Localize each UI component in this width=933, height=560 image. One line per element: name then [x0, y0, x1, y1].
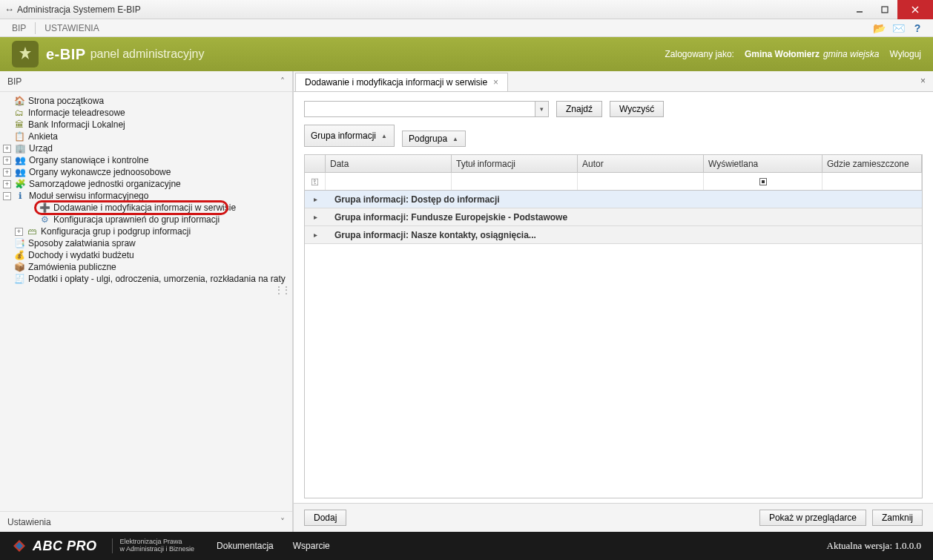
- card-icon: 🗂: [13, 107, 25, 119]
- clear-button[interactable]: Wyczyść: [610, 101, 664, 117]
- tab-close-icon[interactable]: ×: [493, 77, 498, 88]
- office-icon: 🏢: [14, 142, 26, 154]
- logged-as-label: Zalogowany jako:: [665, 49, 734, 59]
- tree-item[interactable]: 📑Sposoby załatwiania spraw: [0, 237, 292, 249]
- sidebar-section-bip-label: BIP: [7, 76, 22, 87]
- titlebar: ↔ Administracja Systemem E-BIP: [0, 0, 933, 19]
- group-chip-2[interactable]: Podgrupa ▲: [402, 131, 466, 147]
- filter-data[interactable]: [326, 173, 452, 190]
- filter-tytul[interactable]: [452, 173, 578, 190]
- expand-toggle-icon[interactable]: +: [15, 228, 23, 236]
- tab-active[interactable]: Dodawanie i modyfikacja informacji w ser…: [295, 73, 508, 91]
- tree-item[interactable]: 📋Ankieta: [0, 131, 292, 142]
- row-expand-icon[interactable]: ▸: [305, 195, 326, 203]
- add-button[interactable]: Dodaj: [304, 510, 346, 526]
- footer: ABC PRO Elektronizacja Prawa w Administr…: [0, 532, 933, 560]
- col-gdzie[interactable]: Gdzie zamieszczone: [822, 155, 922, 172]
- mail-icon[interactable]: ✉️: [891, 22, 905, 35]
- group-chip-1[interactable]: Grupa informacji ▲: [304, 125, 395, 147]
- institution-name: Gmina Wołomierz: [745, 49, 820, 59]
- sidebar-section-settings[interactable]: Ustawienia ˅: [0, 511, 292, 532]
- tree-item[interactable]: +👥Organy wykonawcze jednoosobowe: [0, 166, 292, 178]
- tree-item[interactable]: +🧩Samorządowe jednostki organizacyjne: [0, 178, 292, 190]
- tree-item-label: Organy wykonawcze jednoosobowe: [29, 166, 171, 178]
- footer-doc-link[interactable]: Dokumentacja: [217, 541, 274, 551]
- close-panel-button[interactable]: Zamknij: [872, 510, 923, 526]
- grid-group-row[interactable]: ▸Grupa informacji: Dostęp do informacji: [305, 191, 922, 208]
- info-icon: ℹ: [14, 190, 26, 202]
- grid-group-row[interactable]: ▸Grupa informacji: Fundusze Europejskie …: [305, 208, 922, 226]
- menu-separator: [35, 22, 36, 34]
- tree-item[interactable]: 📦Zamówienia publiczne: [0, 261, 292, 273]
- tabstrip-close-icon[interactable]: ×: [913, 71, 933, 91]
- close-button[interactable]: [897, 0, 933, 19]
- col-tytul[interactable]: Tytuł informacji: [452, 155, 578, 172]
- grid-group-row[interactable]: ▸Grupa informacji: Nasze kontakty, osiąg…: [305, 226, 922, 244]
- org-icon: 🧩: [14, 178, 26, 190]
- filter-autor[interactable]: [578, 173, 704, 190]
- help-icon[interactable]: ?: [911, 22, 924, 35]
- menu-bar: BIP USTAWIENIA 📂 ✉️ ?: [0, 19, 933, 37]
- group-chip-1-label: Grupa informacji: [311, 131, 376, 141]
- content-area: Dodawanie i modyfikacja informacji w ser…: [293, 71, 933, 532]
- tree-item[interactable]: 🗂Informacje teleadresowe: [0, 107, 292, 119]
- brand-sub: panel administracyjny: [90, 47, 205, 61]
- filter-icon[interactable]: ⚿: [305, 173, 326, 190]
- people-icon: 👥: [14, 166, 26, 178]
- tree-item[interactable]: ⚙Konfiguracja uprawnień do grup informac…: [0, 214, 292, 225]
- people-icon: 👥: [14, 154, 26, 166]
- dropdown-icon[interactable]: ▾: [535, 102, 548, 116]
- sidebar-section-bip[interactable]: BIP ˄: [0, 71, 292, 92]
- budget-icon: 💰: [13, 249, 25, 261]
- find-button[interactable]: Znajdź: [556, 101, 602, 117]
- tree-item[interactable]: 🏠Strona początkowa: [0, 95, 292, 107]
- expand-toggle-icon[interactable]: +: [3, 180, 11, 188]
- filter-gdzie[interactable]: [822, 173, 922, 190]
- footer-tag2: w Administracji i Biznesie: [120, 546, 195, 553]
- tree-item-label: Samorządowe jednostki organizacyjne: [29, 178, 181, 190]
- search-combo[interactable]: ▾: [304, 101, 549, 117]
- menu-ustawienia[interactable]: USTAWIENIA: [39, 20, 105, 36]
- footer-support-link[interactable]: Wsparcie: [293, 541, 330, 551]
- group-chip-2-label: Podgrupa: [409, 134, 447, 144]
- preview-button[interactable]: Pokaż w przeglądarce: [759, 510, 866, 526]
- home-icon: 🏠: [13, 95, 25, 107]
- tree-item-label: Moduł serwisu informacyjnego: [29, 190, 148, 202]
- expand-toggle-icon[interactable]: −: [3, 192, 11, 200]
- minimize-button[interactable]: [847, 0, 872, 19]
- checkbox-indeterminate-icon[interactable]: [759, 178, 767, 185]
- col-data[interactable]: Data: [326, 155, 452, 172]
- navigation-tree: ⋮⋮ 🏠Strona początkowa🗂Informacje teleadr…: [0, 92, 292, 511]
- row-expand-icon[interactable]: ▸: [305, 231, 326, 239]
- expand-toggle-icon[interactable]: +: [3, 168, 11, 177]
- row-expand-icon[interactable]: ▸: [305, 213, 326, 221]
- logout-link[interactable]: Wyloguj: [889, 49, 921, 59]
- tree-item[interactable]: +🗃Konfiguracja grup i podgrup informacji: [0, 225, 292, 237]
- drag-handle-icon[interactable]: ⋮⋮: [274, 285, 289, 295]
- tree-item[interactable]: +👥Organy stanowiące i kontrolne: [0, 154, 292, 166]
- tree-item-label: Konfiguracja grup i podgrup informacji: [41, 225, 191, 237]
- expand-toggle-icon[interactable]: +: [3, 145, 11, 153]
- tree-item[interactable]: 💰Dochody i wydatki budżetu: [0, 249, 292, 261]
- tree-item-label: Dodawanie i modyfikacja informacji w ser…: [53, 202, 236, 214]
- folder-icon[interactable]: 📂: [872, 22, 886, 35]
- action-bar: Dodaj Pokaż w przeglądarce Zamknij: [294, 503, 933, 532]
- taxes-icon: 🧾: [13, 273, 25, 285]
- tree-item[interactable]: −ℹModuł serwisu informacyjnego: [0, 190, 292, 202]
- maximize-button[interactable]: [872, 0, 897, 19]
- col-wysw[interactable]: Wyświetlana: [704, 155, 822, 172]
- col-autor[interactable]: Autor: [578, 155, 704, 172]
- expand-toggle-icon[interactable]: +: [3, 157, 11, 165]
- svg-rect-1: [882, 7, 888, 13]
- tree-item-label: Informacje teleadresowe: [28, 107, 125, 119]
- tree-item-label: Strona początkowa: [28, 95, 104, 107]
- tree-item[interactable]: 🏛Bank Informacji Lokalnej: [0, 119, 292, 131]
- tree-item-label: Dochody i wydatki budżetu: [28, 249, 134, 261]
- tree-item[interactable]: 🧾Podatki i opłaty - ulgi, odroczenia, um…: [0, 273, 292, 285]
- menu-bip[interactable]: BIP: [6, 20, 32, 36]
- filter-wysw[interactable]: [704, 173, 822, 190]
- grid-group-label: Grupa informacji: Dostęp do informacji: [326, 194, 500, 205]
- tree-item[interactable]: +🏢Urząd: [0, 142, 292, 154]
- tree-item[interactable]: ➕Dodawanie i modyfikacja informacji w se…: [0, 202, 292, 214]
- group-by-area: Grupa informacji ▲ Podgrupa ▲: [304, 125, 923, 147]
